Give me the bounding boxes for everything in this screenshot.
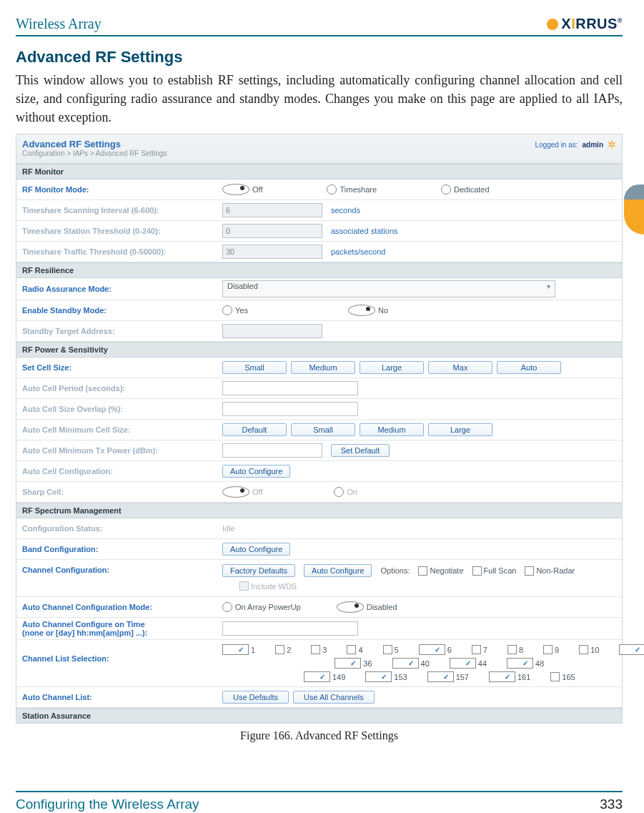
auto-min-large-button[interactable]: Large: [428, 423, 492, 436]
standby-yes[interactable]: Yes: [222, 305, 248, 315]
opt-include-wds[interactable]: Include WDS: [239, 581, 297, 591]
chan-mode-label: Auto Channel Configuration Mode:: [22, 603, 222, 611]
scan-interval-label: Timeshare Scanning Interval (6-600):: [22, 206, 222, 215]
auto-min-small-button[interactable]: Small: [291, 423, 355, 436]
auto-period-label: Auto Cell Period (seconds):: [22, 384, 222, 393]
auto-min-tx-input[interactable]: [222, 443, 322, 458]
station-threshold-label: Timeshare Station Threshold (0-240):: [22, 227, 222, 235]
ch-2[interactable]: 2: [275, 644, 291, 655]
advanced-rf-settings-figure: Advanced RF Settings Configuration > IAP…: [16, 134, 623, 724]
station-assurance-header: Station Assurance: [16, 708, 622, 723]
page-footer: Configuring the Wireless Array 333: [16, 791, 623, 812]
logo-text: XIRRUS®: [561, 16, 623, 32]
footer-section: Configuring the Wireless Array: [16, 797, 199, 812]
ch-153[interactable]: 153: [365, 671, 407, 682]
ch-10[interactable]: 10: [579, 644, 599, 655]
use-defaults-button[interactable]: Use Defaults: [222, 691, 289, 704]
auto-min-label: Auto Cell Minimum Cell Size:: [22, 425, 222, 434]
section-paragraph: This window allows you to establish RF s…: [16, 71, 623, 127]
breadcrumb: Configuration > IAPs > Advanced RF Setti…: [22, 149, 167, 157]
ch-11[interactable]: 11: [619, 644, 644, 655]
factory-defaults-button[interactable]: Factory Defaults: [222, 564, 295, 577]
rf-monitor-mode-dedicated[interactable]: Dedicated: [441, 184, 490, 194]
brand-logo: XIRRUS®: [547, 16, 623, 32]
login-status: Logged in as: admin ✲: [535, 139, 616, 150]
band-auto-configure-button[interactable]: Auto Configure: [222, 543, 290, 556]
ch-40[interactable]: 40: [392, 658, 430, 669]
conf-status-value: Idle: [222, 524, 235, 533]
auto-overlap-input[interactable]: [222, 402, 358, 416]
panel-title: Advanced RF Settings: [22, 139, 167, 149]
use-all-channels-button[interactable]: Use All Channels: [293, 691, 375, 704]
ch-7[interactable]: 7: [472, 644, 487, 655]
ch-5[interactable]: 5: [383, 644, 399, 655]
opt-full-scan[interactable]: Full Scan: [472, 566, 517, 576]
set-default-button[interactable]: Set Default: [331, 444, 390, 457]
gear-icon[interactable]: ✲: [608, 139, 616, 150]
standby-no[interactable]: No: [348, 305, 388, 316]
auto-min-tx-label: Auto Cell Minimum Tx Power (dBm):: [22, 446, 222, 455]
rf-monitor-mode-label: RF Monitor Mode:: [22, 185, 222, 194]
ch-36[interactable]: 36: [335, 658, 372, 669]
chan-time-input[interactable]: [222, 621, 358, 636]
band-conf-label: Band Configuration:: [22, 545, 222, 553]
assurance-mode-select[interactable]: Disabled: [222, 280, 555, 297]
ch-9[interactable]: 9: [543, 644, 559, 655]
standby-mode-label: Enable Standby Mode:: [22, 306, 222, 315]
ch-3[interactable]: 3: [311, 644, 327, 655]
chan-list-label: Channel List Selection:: [22, 644, 222, 663]
figure-caption: Figure 166. Advanced RF Settings: [16, 729, 623, 742]
chan-auto-configure-button[interactable]: Auto Configure: [304, 564, 372, 577]
station-threshold-input[interactable]: [222, 224, 322, 238]
ch-165[interactable]: 165: [550, 671, 575, 682]
sharp-on[interactable]: On: [334, 487, 357, 497]
ch-44[interactable]: 44: [450, 658, 487, 669]
rf-monitor-mode-timeshare[interactable]: Timeshare: [327, 184, 377, 194]
sharp-off[interactable]: Off: [222, 486, 262, 498]
ch-157[interactable]: 157: [427, 671, 469, 682]
logo-dot-icon: [547, 19, 558, 30]
rf-power-header: RF Power & Sensitivity: [16, 342, 622, 358]
cell-size-large-button[interactable]: Large: [360, 361, 424, 374]
assurance-mode-label: Radio Assurance Mode:: [22, 285, 222, 293]
chan-mode-powerup[interactable]: On Array PowerUp: [222, 602, 301, 612]
chan-conf-label: Channel Configuration:: [22, 564, 222, 574]
channel-list-grid: 1 2 3 4 5 6 7 8 9 10 11 36 40 44 48: [222, 644, 644, 682]
rf-spectrum-header: RF Spectrum Management: [16, 503, 622, 518]
auto-period-input[interactable]: [222, 381, 358, 395]
standby-target-label: Standby Target Address:: [22, 327, 222, 335]
scan-interval-input[interactable]: [222, 203, 322, 217]
ch-161[interactable]: 161: [489, 671, 530, 682]
rf-monitor-header: RF Monitor: [16, 164, 622, 179]
ch-48[interactable]: 48: [507, 658, 544, 669]
ch-4[interactable]: 4: [347, 644, 362, 655]
auto-chan-list-label: Auto Channel List:: [22, 693, 222, 701]
cell-size-max-button[interactable]: Max: [428, 361, 492, 374]
auto-configure-cell-button[interactable]: Auto Configure: [222, 465, 290, 478]
page-header: Wireless Array XIRRUS®: [16, 16, 623, 36]
doc-title: Wireless Array: [16, 16, 101, 32]
auto-overlap-label: Auto Cell Size Overlap (%):: [22, 405, 222, 413]
cell-size-auto-button[interactable]: Auto: [497, 361, 561, 374]
opt-non-radar[interactable]: Non-Radar: [525, 566, 575, 576]
section-heading: Advanced RF Settings: [16, 48, 623, 66]
cell-size-small-button[interactable]: Small: [222, 361, 287, 374]
ch-6[interactable]: 6: [419, 644, 452, 655]
ch-149[interactable]: 149: [304, 671, 345, 682]
rf-resilience-header: RF Resilience: [16, 262, 622, 278]
auto-conf-label: Auto Cell Configuration:: [22, 467, 222, 476]
sharp-cell-label: Sharp Cell:: [22, 488, 222, 496]
cell-size-label: Set Cell Size:: [22, 363, 222, 372]
ch-1[interactable]: 1: [222, 644, 255, 655]
standby-target-input[interactable]: [222, 324, 322, 338]
chan-mode-disabled[interactable]: Disabled: [337, 601, 397, 613]
opt-negotiate[interactable]: Negotiate: [418, 566, 463, 576]
auto-min-medium-button[interactable]: Medium: [360, 423, 424, 436]
ch-8[interactable]: 8: [507, 644, 523, 655]
traffic-threshold-input[interactable]: [222, 245, 322, 259]
auto-min-default-button[interactable]: Default: [222, 423, 287, 436]
cell-size-medium-button[interactable]: Medium: [291, 361, 355, 374]
page-edge-tab: [624, 184, 644, 235]
rf-monitor-mode-off[interactable]: Off: [222, 184, 262, 195]
chan-time-label: Auto Channel Configure on Time (none or …: [22, 620, 222, 637]
